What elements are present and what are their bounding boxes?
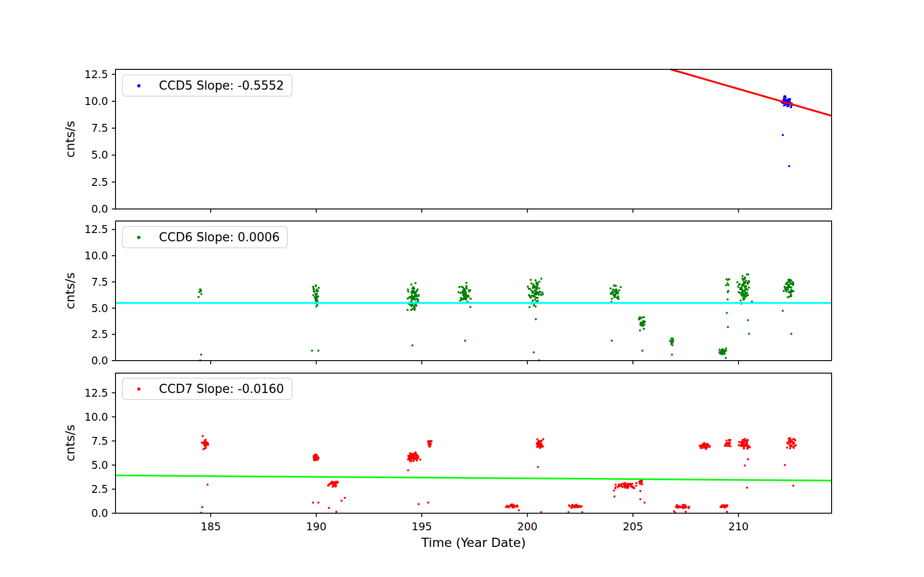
x-axis-label: Time (Year Date) <box>381 535 566 551</box>
legend-label-ccd5: CCD5 Slope: -0.5552 <box>159 79 284 92</box>
y-tick-label: 2.5 <box>55 176 108 189</box>
y-tick-label: 7.5 <box>55 435 108 448</box>
legend-label-ccd6: CCD6 Slope: 0.0006 <box>159 230 280 244</box>
y-tick-label: 10.0 <box>55 249 108 262</box>
ccd5-scatter <box>781 95 793 167</box>
ccd7-marker-icon <box>137 387 140 391</box>
x-tick-label: 205 <box>605 520 661 534</box>
y-tick-label: 2.5 <box>55 328 108 341</box>
y-tick-label: 5.0 <box>55 148 108 161</box>
ccd5-fit-line <box>671 69 832 116</box>
ccd7-scatter <box>200 435 797 514</box>
x-tick-label: 190 <box>289 520 344 534</box>
y-tick-label: 0.0 <box>55 354 108 367</box>
y-tick-label: 2.5 <box>55 483 108 496</box>
matplotlib-figure: CCD5 Slope: -0.5552 CCD6 Slope: 0.0006 C… <box>0 0 924 577</box>
x-tick-label: 210 <box>711 520 766 534</box>
legend-ccd7: CCD7 Slope: -0.0160 <box>122 378 292 400</box>
y-tick-label: 5.0 <box>55 302 108 315</box>
ccd6-marker-icon <box>137 236 140 239</box>
y-tick-label: 0.0 <box>55 203 108 215</box>
y-tick-label: 7.5 <box>55 122 108 135</box>
x-tick-label: 200 <box>500 520 555 534</box>
y-tick-label: 10.0 <box>55 95 108 108</box>
legend-label-ccd7: CCD7 Slope: -0.0160 <box>159 382 284 396</box>
legend-ccd6: CCD6 Slope: 0.0006 <box>122 226 288 248</box>
legend-ccd5: CCD5 Slope: -0.5552 <box>122 74 292 97</box>
ccd6-scatter <box>198 273 795 362</box>
y-tick-label: 12.5 <box>55 223 108 236</box>
ccd5-marker-icon <box>137 84 140 87</box>
x-tick-label: 185 <box>183 520 238 534</box>
y-tick-label: 12.5 <box>55 387 108 399</box>
y-tick-label: 12.5 <box>55 68 108 81</box>
y-tick-label: 7.5 <box>55 276 108 288</box>
y-tick-label: 5.0 <box>55 459 108 472</box>
y-tick-label: 0.0 <box>55 507 108 520</box>
y-tick-label: 10.0 <box>55 411 108 424</box>
ccd7-fit-line <box>116 475 832 480</box>
x-tick-label: 195 <box>394 520 450 534</box>
